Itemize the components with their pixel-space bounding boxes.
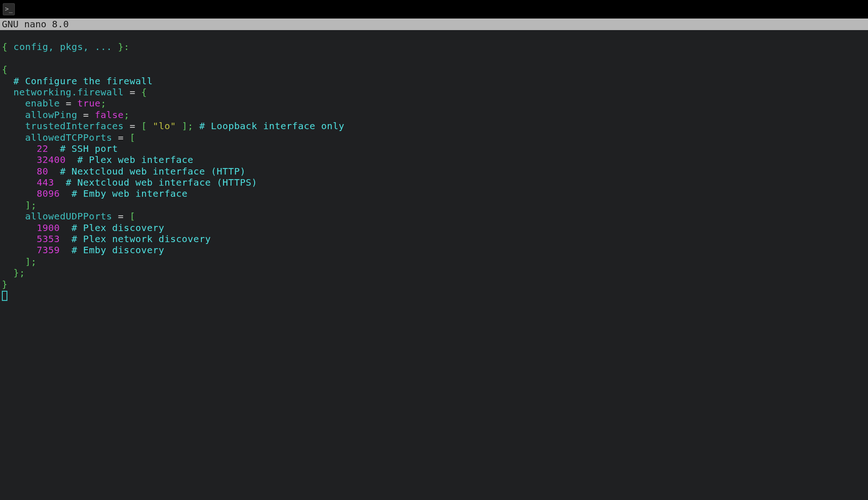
port-22: 22 bbox=[2, 143, 48, 154]
eq: = bbox=[66, 98, 77, 109]
semi: ; bbox=[124, 109, 130, 120]
semi: ; bbox=[187, 120, 194, 131]
comment-nextcloud-https: # Nextcloud web interface (HTTPS) bbox=[54, 177, 257, 188]
string-lo: "lo" bbox=[153, 120, 176, 131]
semi: ; bbox=[100, 98, 106, 109]
comment-emby-discovery: # Emby discovery bbox=[60, 244, 164, 256]
comment-ssh: # SSH port bbox=[48, 143, 118, 154]
comment-plex-network-discovery: # Plex network discovery bbox=[60, 233, 211, 244]
key-enable: enable bbox=[2, 98, 66, 109]
bracket-open: [ bbox=[130, 132, 136, 143]
port-80: 80 bbox=[2, 166, 48, 177]
port-1900: 1900 bbox=[2, 222, 60, 233]
port-7359: 7359 bbox=[2, 244, 60, 256]
comment-emby-web: # Emby web interface bbox=[60, 188, 187, 199]
bracket-close: ] bbox=[2, 200, 31, 211]
terminal-icon-glyph: >_ bbox=[5, 5, 13, 13]
comment-plex-web: # Plex web interface bbox=[66, 154, 194, 165]
editor-area[interactable]: { config, pkgs, ... }: { # Configure the… bbox=[0, 30, 868, 301]
brace: { bbox=[141, 87, 147, 98]
comment-nextcloud-http: # Nextcloud web interface (HTTP) bbox=[48, 166, 245, 177]
key-allowed-udp: allowedUDPPorts bbox=[2, 211, 118, 222]
key-allowping: allowPing bbox=[2, 109, 83, 120]
semi: ; bbox=[31, 256, 37, 267]
val-false: false bbox=[95, 109, 124, 120]
text-cursor bbox=[2, 291, 7, 301]
bracket-open: [ bbox=[130, 211, 136, 222]
nano-header-text: GNU nano 8.0 bbox=[2, 19, 69, 30]
port-32400: 32400 bbox=[2, 154, 66, 165]
eq: = bbox=[118, 211, 130, 222]
comment-firewall: # Configure the firewall bbox=[2, 75, 153, 87]
key-trusted-interfaces: trustedInterfaces bbox=[2, 120, 130, 131]
semi: ; bbox=[31, 200, 37, 211]
port-8096: 8096 bbox=[2, 188, 60, 199]
func-args: config, pkgs, ... bbox=[8, 41, 118, 52]
window-titlebar: >_ bbox=[0, 0, 868, 19]
port-5353: 5353 bbox=[2, 233, 60, 244]
key-networking-firewall: networking.firewall bbox=[2, 87, 130, 98]
semi: ; bbox=[19, 267, 25, 278]
bracket-open: [ bbox=[141, 120, 153, 131]
bracket-close: ] bbox=[176, 120, 187, 131]
nano-header-bar: GNU nano 8.0 bbox=[0, 19, 868, 30]
bracket-close: ] bbox=[2, 256, 31, 267]
brace-close-colon: }: bbox=[118, 41, 130, 52]
brace-open: { bbox=[2, 41, 8, 52]
port-443: 443 bbox=[2, 177, 54, 188]
inner-brace-close: } bbox=[2, 267, 19, 278]
outer-brace-close: } bbox=[2, 279, 8, 290]
key-allowed-tcp: allowedTCPPorts bbox=[2, 132, 118, 143]
block-open: { bbox=[2, 64, 8, 75]
comment-plex-discovery: # Plex discovery bbox=[60, 222, 164, 233]
eq: = bbox=[83, 109, 95, 120]
val-true: true bbox=[77, 98, 100, 109]
terminal-icon: >_ bbox=[3, 3, 15, 15]
eq: = bbox=[118, 132, 130, 143]
eq: = bbox=[130, 87, 141, 98]
eq: = bbox=[130, 120, 141, 131]
comment-loopback: # Loopback interface only bbox=[194, 120, 344, 131]
